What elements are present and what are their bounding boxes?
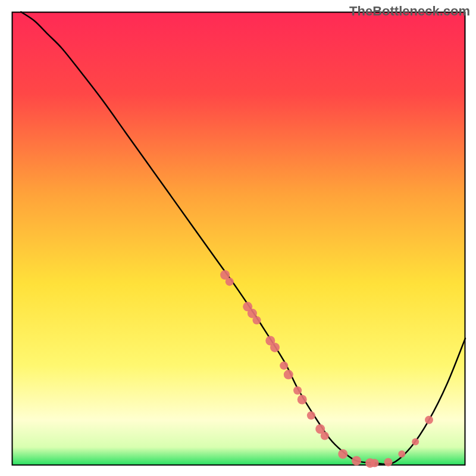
gradient-background — [0, 0, 476, 476]
watermark-text: TheBottleneck.com — [349, 4, 470, 19]
chart-container: TheBottleneck.com — [0, 0, 476, 476]
